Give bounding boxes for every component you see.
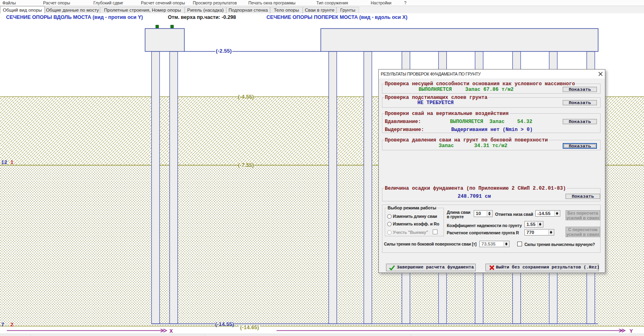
svg-text:1: 1 xyxy=(10,159,13,165)
svg-text:7: 7 xyxy=(1,322,4,328)
svg-text:(-14.55): (-14.55) xyxy=(215,321,234,327)
svg-text:(-4.55): (-4.55) xyxy=(238,94,254,100)
svg-text:(-14.65): (-14.65) xyxy=(240,324,259,330)
svg-text:(-7.55): (-7.55) xyxy=(238,162,254,168)
svg-text:12: 12 xyxy=(1,159,7,165)
svg-text:2: 2 xyxy=(10,322,13,328)
svg-text:Y: Y xyxy=(630,328,633,334)
svg-text:(-2.55): (-2.55) xyxy=(216,48,232,54)
svg-text:X: X xyxy=(169,328,173,334)
